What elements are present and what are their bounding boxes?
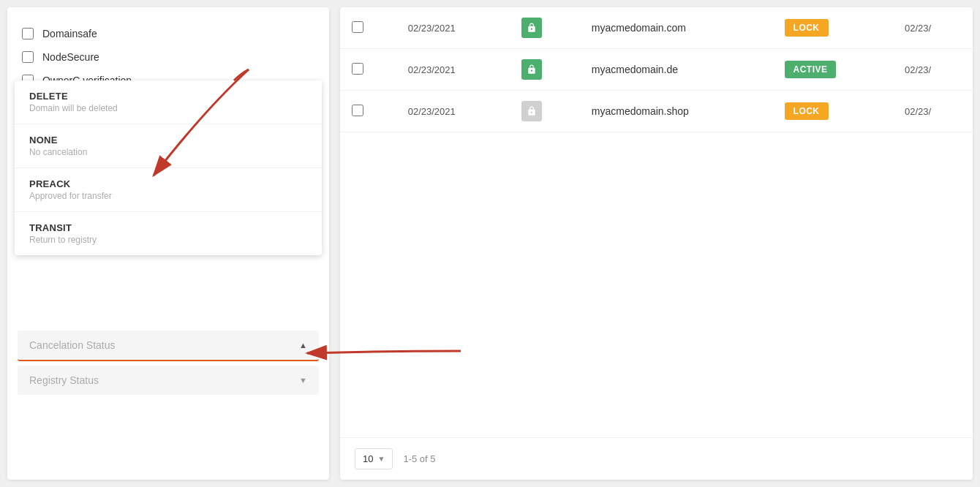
- table-row: 02/23/2021 myacmedomain.com LOCK 02/23/: [340, 7, 973, 49]
- domain-table-panel: 02/23/2021 myacmedomain.com LOCK 02/23/: [340, 7, 973, 480]
- none-desc: No cancelation: [29, 147, 307, 157]
- expiry-cell: 02/23/: [893, 49, 973, 91]
- domainsafe-label: Domainsafe: [42, 28, 97, 39]
- per-page-value: 10: [363, 453, 373, 464]
- expiry-cell: 02/23/: [893, 7, 973, 49]
- table-container: 02/23/2021 myacmedomain.com LOCK 02/23/: [340, 7, 973, 437]
- page-range-info: 1-5 of 5: [403, 453, 435, 464]
- per-page-select[interactable]: 10 ▼: [355, 448, 393, 469]
- domain-cell: myacmedomain.de: [580, 49, 773, 91]
- table-row: 02/23/2021 myacmedomain.de ACTIVE 02/23/: [340, 49, 973, 91]
- row-checkbox[interactable]: [352, 21, 363, 33]
- none-title: NONE: [29, 135, 307, 146]
- nodesecure-checkbox[interactable]: [22, 51, 34, 63]
- pagination-bar: 10 ▼ 1-5 of 5: [340, 437, 973, 480]
- cancelation-status-arrow-icon: ▲: [299, 341, 307, 350]
- delete-desc: Domain will be deleted: [29, 103, 307, 113]
- menu-item-delete[interactable]: DELETE Domain will be deleted: [15, 80, 322, 124]
- domain-cell: myacmedomain.shop: [580, 91, 773, 132]
- date-cell: 02/23/2021: [396, 91, 510, 132]
- per-page-caret-icon: ▼: [377, 455, 385, 463]
- menu-item-preack[interactable]: PREACK Approved for transfer: [15, 168, 322, 212]
- transit-title: TRANSIT: [29, 222, 307, 233]
- domain-cell: myacmedomain.com: [580, 7, 773, 49]
- expiry-cell: 02/23/: [893, 91, 973, 132]
- nodesecure-label: NodeSecure: [42, 51, 99, 63]
- status-badge: ACTIVE: [785, 61, 837, 78]
- menu-item-transit[interactable]: TRANSIT Return to registry: [15, 212, 322, 255]
- domains-table: 02/23/2021 myacmedomain.com LOCK 02/23/: [340, 7, 973, 132]
- row-checkbox[interactable]: [352, 63, 363, 75]
- nodesecure-item: NodeSecure: [7, 45, 329, 69]
- registry-status-arrow-icon: ▼: [299, 376, 307, 385]
- delete-title: DELETE: [29, 91, 307, 102]
- cancelation-status-filter[interactable]: Cancelation Status ▲: [18, 331, 319, 361]
- row-checkbox[interactable]: [352, 105, 363, 116]
- cancelation-status-label: Cancelation Status: [29, 339, 116, 351]
- date-cell: 02/23/2021: [396, 7, 510, 49]
- preack-desc: Approved for transfer: [29, 191, 307, 201]
- domainsafe-checkbox[interactable]: [22, 28, 34, 39]
- lock-icon: [521, 59, 542, 80]
- lock-icon: [521, 18, 542, 38]
- transit-desc: Return to registry: [29, 235, 307, 245]
- lock-icon: [521, 101, 542, 121]
- domainsafe-item: Domainsafe: [7, 22, 329, 45]
- date-cell: 02/23/2021: [396, 49, 510, 91]
- menu-item-none[interactable]: NONE No cancelation: [15, 124, 322, 168]
- registry-status-filter[interactable]: Registry Status ▼: [18, 366, 319, 395]
- status-badge: LOCK: [785, 19, 829, 37]
- table-row: 02/23/2021 myacmedomain.shop LOCK 02/23/: [340, 91, 973, 132]
- registry-status-label: Registry Status: [29, 374, 99, 386]
- status-badge: LOCK: [785, 102, 829, 120]
- preack-title: PREACK: [29, 178, 307, 189]
- cancelation-dropdown-menu: DELETE Domain will be deleted NONE No ca…: [15, 80, 322, 255]
- left-filter-panel: Domainsafe NodeSecure OwnerC verificatio…: [7, 7, 329, 480]
